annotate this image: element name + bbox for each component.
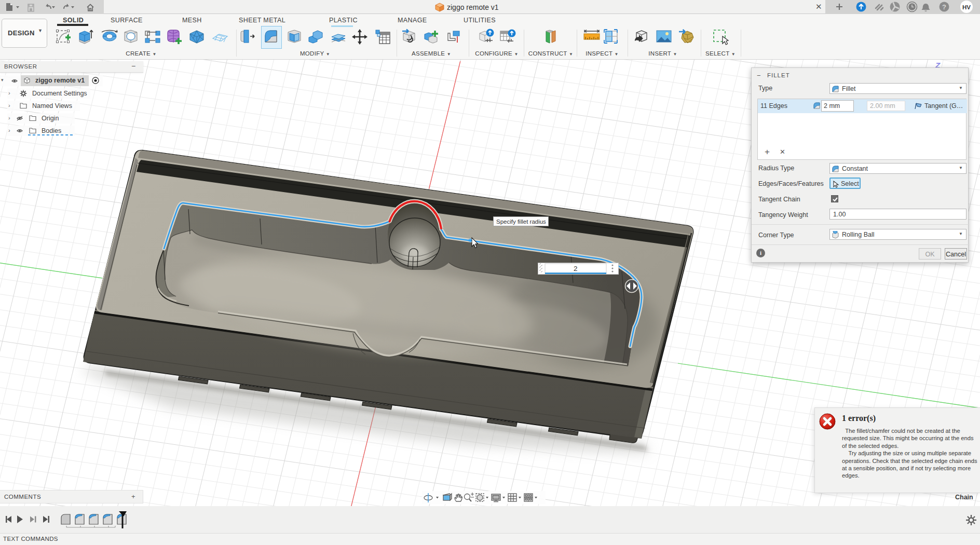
svg-text:?: ? bbox=[942, 3, 946, 11]
svg-text:Specify fillet radius: Specify fillet radius bbox=[496, 219, 546, 225]
svg-text:2: 2 bbox=[574, 265, 578, 272]
svg-text:HV: HV bbox=[962, 4, 971, 10]
